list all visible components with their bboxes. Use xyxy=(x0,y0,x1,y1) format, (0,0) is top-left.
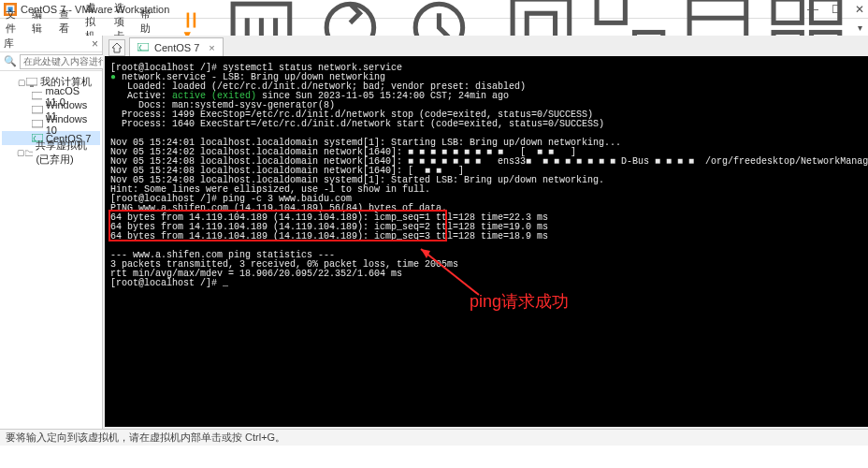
computer-icon xyxy=(26,78,37,87)
guest-terminal[interactable]: [root@localhost /]# systemctl status net… xyxy=(105,56,868,427)
vm-icon xyxy=(32,120,43,129)
sidebar-close-icon[interactable]: × xyxy=(92,37,98,51)
tree-shared[interactable]: ▢共享虚拟机 (已弃用) xyxy=(2,145,100,159)
annotation-text: ping请求成功 xyxy=(470,290,569,313)
sidebar-heading-row: 库 × xyxy=(0,36,102,52)
library-sidebar: 库 × 🔍 ▼ ▢我的计算机 macOS 11.0 Windows 11 Win… xyxy=(0,36,103,429)
svg-rect-19 xyxy=(32,120,43,127)
sidebar-heading: 库 xyxy=(4,37,14,51)
svg-rect-12 xyxy=(812,0,840,22)
svg-rect-18 xyxy=(32,106,43,113)
close-icon[interactable]: ✕ xyxy=(855,3,864,16)
main-area: CentOS 7 × [root@localhost /]# systemctl… xyxy=(103,36,868,429)
svg-rect-15 xyxy=(26,78,37,85)
menubar: 文件(F) 编辑(E) 查看(V) 虚拟机(M) 选项卡(T) 帮助(H) ┃┃… xyxy=(0,19,868,36)
svg-rect-21 xyxy=(137,43,149,51)
tree-item-win10[interactable]: Windows 10 xyxy=(2,117,100,131)
svg-rect-8 xyxy=(597,0,625,22)
vm-icon xyxy=(32,92,42,101)
toolbar-dropdown-icon[interactable]: ▾ xyxy=(858,22,862,33)
svg-rect-11 xyxy=(774,0,802,22)
statusbar-text: 要将输入定向到该虚拟机，请在虚拟机内部单击或按 Ctrl+G。 xyxy=(6,431,285,445)
vm-tab-centos7[interactable]: CentOS 7 × xyxy=(129,37,224,56)
home-icon xyxy=(111,42,123,53)
vm-icon xyxy=(32,106,43,115)
tabstrip: CentOS 7 × xyxy=(103,36,868,56)
statusbar: 要将输入定向到该虚拟机，请在虚拟机内部单击或按 Ctrl+G。 xyxy=(0,429,868,446)
svg-rect-16 xyxy=(30,85,34,87)
search-icon: 🔍 xyxy=(4,55,17,67)
sidebar-search-row: 🔍 ▼ xyxy=(0,52,102,71)
home-tab[interactable] xyxy=(108,39,125,56)
svg-rect-17 xyxy=(32,92,42,99)
svg-line-22 xyxy=(421,249,479,295)
highlight-box xyxy=(108,210,447,241)
tab-close-icon[interactable]: × xyxy=(209,42,214,53)
vm-tab-label: CentOS 7 xyxy=(154,42,199,53)
vm-running-icon xyxy=(137,43,149,52)
vm-tree: ▢我的计算机 macOS 11.0 Windows 11 Windows 10 … xyxy=(0,71,102,163)
folder-icon xyxy=(25,148,33,157)
